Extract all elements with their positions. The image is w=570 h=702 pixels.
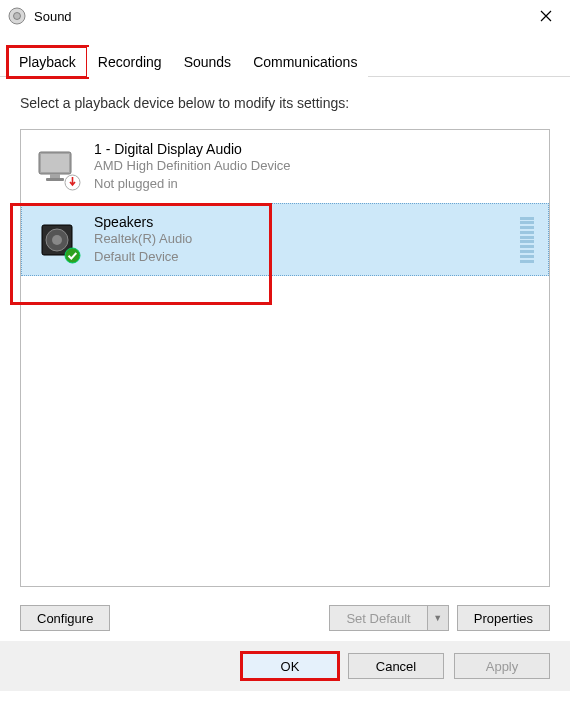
tab-communications[interactable]: Communications — [242, 47, 368, 77]
tab-sounds[interactable]: Sounds — [173, 47, 242, 77]
device-name: 1 - Digital Display Audio — [94, 141, 538, 157]
window-title: Sound — [34, 9, 526, 24]
device-driver: AMD High Definition Audio Device — [94, 157, 538, 175]
device-item-speakers[interactable]: Speakers Realtek(R) Audio Default Device — [21, 203, 549, 276]
device-item-digital-display[interactable]: 1 - Digital Display Audio AMD High Defin… — [21, 130, 549, 203]
device-status: Not plugged in — [94, 175, 538, 193]
sound-icon — [8, 7, 26, 25]
instruction-text: Select a playback device below to modify… — [20, 95, 550, 111]
svg-rect-3 — [41, 154, 69, 172]
svg-rect-4 — [50, 174, 60, 178]
properties-button[interactable]: Properties — [457, 605, 550, 631]
device-driver: Realtek(R) Audio — [94, 230, 520, 248]
titlebar: Sound — [0, 0, 570, 32]
monitor-icon — [36, 146, 78, 188]
apply-button[interactable]: Apply — [454, 653, 550, 679]
close-button[interactable] — [526, 1, 566, 31]
lower-button-row: Configure Set Default ▼ Properties — [0, 595, 570, 641]
svg-rect-5 — [46, 178, 64, 181]
device-name: Speakers — [94, 214, 520, 230]
device-status: Default Device — [94, 248, 520, 266]
tab-recording[interactable]: Recording — [87, 47, 173, 77]
dialog-footer: OK Cancel Apply — [0, 641, 570, 691]
unplugged-badge-icon — [64, 174, 81, 191]
svg-point-9 — [52, 235, 62, 245]
svg-point-1 — [14, 13, 21, 20]
speaker-icon — [36, 219, 78, 261]
chevron-down-icon[interactable]: ▼ — [427, 605, 449, 631]
tab-playback[interactable]: Playback — [8, 47, 87, 77]
cancel-button[interactable]: Cancel — [348, 653, 444, 679]
configure-button[interactable]: Configure — [20, 605, 110, 631]
level-meter — [520, 217, 534, 263]
set-default-split-button[interactable]: Set Default ▼ — [329, 605, 448, 631]
set-default-button[interactable]: Set Default — [329, 605, 427, 631]
device-list: 1 - Digital Display Audio AMD High Defin… — [20, 129, 550, 587]
svg-point-10 — [65, 248, 80, 263]
default-check-badge-icon — [64, 247, 81, 264]
tab-strip: Playback Recording Sounds Communications — [0, 46, 570, 77]
ok-button[interactable]: OK — [242, 653, 338, 679]
